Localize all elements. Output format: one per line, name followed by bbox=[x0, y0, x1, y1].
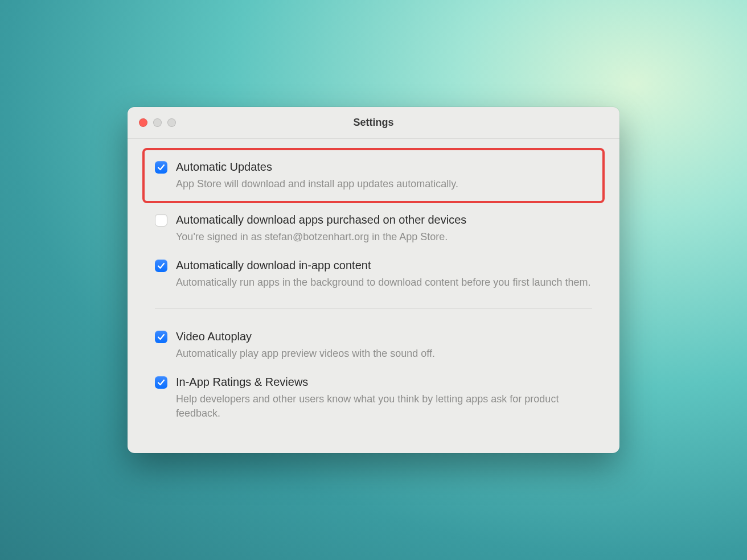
setting-text: In-App Ratings & Reviews Help developers… bbox=[176, 374, 592, 421]
setting-description: App Store will download and install app … bbox=[176, 177, 592, 191]
checkmark-icon bbox=[157, 262, 165, 270]
setting-text: Automatically download in-app content Au… bbox=[176, 258, 592, 290]
setting-text: Video Autoplay Automatically play app pr… bbox=[176, 329, 592, 361]
settings-window: Settings Automatic Updates App Store wil… bbox=[128, 107, 619, 452]
setting-text: Automatic Updates App Store will downloa… bbox=[176, 159, 592, 191]
minimize-button[interactable] bbox=[153, 118, 162, 127]
checkmark-icon bbox=[157, 333, 165, 341]
setting-title: Automatically download apps purchased on… bbox=[176, 212, 592, 227]
setting-title: In-App Ratings & Reviews bbox=[176, 374, 592, 389]
setting-description: Automatically play app preview videos wi… bbox=[176, 347, 592, 361]
maximize-button[interactable] bbox=[167, 118, 176, 127]
checkbox-automatic-updates[interactable] bbox=[155, 161, 167, 174]
content-area: Automatic Updates App Store will downloa… bbox=[128, 139, 619, 452]
setting-video-autoplay: Video Autoplay Automatically play app pr… bbox=[155, 324, 592, 370]
traffic-lights bbox=[139, 118, 176, 127]
setting-title: Automatically download in-app content bbox=[176, 258, 592, 273]
window-title: Settings bbox=[128, 117, 619, 129]
divider bbox=[155, 308, 592, 308]
setting-title: Automatic Updates bbox=[176, 159, 592, 174]
setting-text: Automatically download apps purchased on… bbox=[176, 212, 592, 244]
setting-description: You're signed in as stefan@botzenhart.or… bbox=[176, 230, 592, 244]
checkbox-ratings-reviews[interactable] bbox=[155, 376, 167, 389]
setting-description: Help developers and other users know wha… bbox=[176, 392, 592, 421]
checkmark-icon bbox=[157, 378, 165, 386]
setting-ratings-reviews: In-App Ratings & Reviews Help developers… bbox=[155, 370, 592, 430]
checkbox-auto-download-purchased[interactable] bbox=[155, 214, 167, 227]
setting-automatic-updates: Automatic Updates App Store will downloa… bbox=[155, 155, 592, 200]
titlebar: Settings bbox=[128, 107, 619, 139]
setting-title: Video Autoplay bbox=[176, 329, 592, 344]
checkbox-auto-download-inapp[interactable] bbox=[155, 260, 167, 272]
close-button[interactable] bbox=[139, 118, 147, 127]
setting-auto-download-purchased: Automatically download apps purchased on… bbox=[155, 208, 592, 253]
setting-description: Automatically run apps in the background… bbox=[176, 275, 592, 290]
setting-auto-download-inapp: Automatically download in-app content Au… bbox=[155, 253, 592, 299]
checkbox-video-autoplay[interactable] bbox=[155, 331, 167, 343]
checkmark-icon bbox=[157, 163, 165, 171]
